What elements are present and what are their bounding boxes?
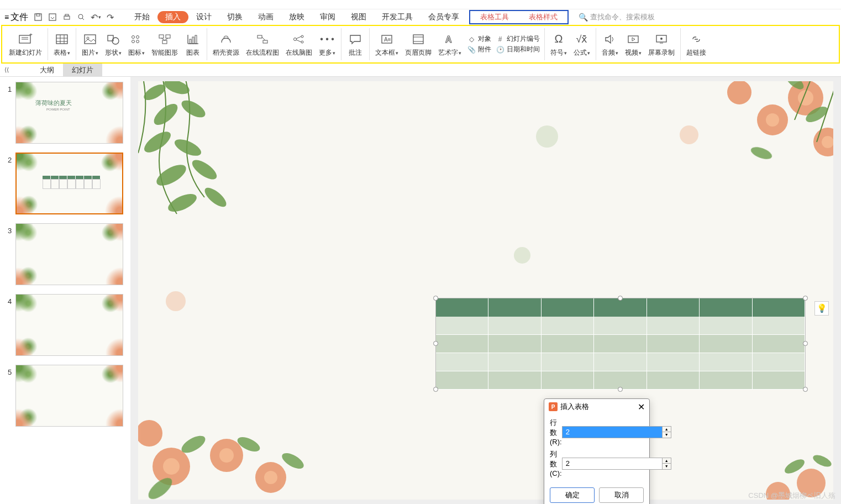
resize-handle[interactable]: [618, 296, 623, 301]
spinner-up-icon[interactable]: ▲: [663, 427, 671, 433]
date-time-button[interactable]: 🕑日期和时间: [496, 45, 540, 54]
icons-button[interactable]: 图标▾: [125, 30, 148, 59]
context-tabs: 表格工具 表格样式: [469, 10, 569, 24]
spinner-down-icon[interactable]: ▼: [663, 432, 671, 438]
chart-button[interactable]: 图表: [181, 30, 204, 59]
thumbnail-5[interactable]: 5: [0, 363, 130, 428]
cols-input[interactable]: [563, 458, 662, 469]
collapse-panel-icon[interactable]: ⟨⟨: [4, 66, 9, 74]
smart-suggestion-button[interactable]: 💡: [814, 301, 829, 316]
file-menu[interactable]: ≡ 文件: [4, 12, 28, 23]
print-preview-icon[interactable]: [76, 12, 87, 23]
save-as-icon[interactable]: [47, 12, 58, 23]
slides-tab[interactable]: 幻灯片: [63, 64, 102, 77]
outline-tab[interactable]: 大纲: [31, 64, 63, 77]
tab-animation[interactable]: 动画: [250, 12, 281, 22]
resize-handle[interactable]: [433, 341, 438, 346]
svg-point-60: [166, 190, 199, 215]
close-icon[interactable]: ✕: [638, 402, 645, 412]
shape-button[interactable]: 形状▾: [102, 30, 125, 59]
undo-icon[interactable]: ↶▾: [90, 12, 101, 23]
formula-button[interactable]: √x̄ 公式▾: [570, 30, 593, 59]
resize-handle[interactable]: [433, 296, 438, 301]
tab-member[interactable]: 会员专享: [420, 12, 467, 22]
svg-point-61: [202, 185, 229, 210]
wordart-button[interactable]: A 艺术字▾: [435, 30, 465, 59]
slide-thumb: [15, 365, 123, 427]
more-icon: • • •: [319, 32, 335, 47]
thumbnail-4[interactable]: 4: [0, 292, 130, 358]
textbox-button[interactable]: A≡ 文本框▾: [372, 30, 402, 59]
thumbnail-3[interactable]: 3: [0, 222, 130, 287]
object-button[interactable]: ◇对象: [467, 34, 491, 44]
more-button[interactable]: • • • 更多▾: [316, 30, 339, 59]
smart-graphic-button[interactable]: 智能图形: [148, 30, 181, 59]
screen-record-button[interactable]: 屏幕录制: [645, 30, 678, 59]
thumbnail-2[interactable]: 2: [0, 151, 130, 216]
symbol-button[interactable]: Ω 符号▾: [547, 30, 570, 59]
cols-spinner[interactable]: ▲▼: [662, 458, 671, 469]
tab-insert[interactable]: 插入: [157, 11, 188, 23]
svg-rect-1: [36, 14, 40, 16]
slide-thumb: 薄荷味的夏天 POWER POINT: [15, 82, 123, 144]
inserted-table[interactable]: [435, 298, 806, 390]
ok-button[interactable]: 确定: [550, 487, 595, 503]
tab-view[interactable]: 视图: [343, 12, 374, 22]
svg-point-67: [766, 113, 779, 127]
online-flowchart-button[interactable]: 在线流程图: [243, 30, 282, 59]
svg-point-75: [138, 420, 162, 447]
video-button[interactable]: 视频▾: [622, 30, 645, 59]
resize-handle[interactable]: [803, 341, 808, 346]
attachment-button[interactable]: 📎附件: [467, 45, 491, 54]
svg-point-63: [757, 104, 788, 135]
video-icon: [626, 32, 641, 47]
spinner-down-icon[interactable]: ▼: [663, 464, 671, 469]
online-mindmap-button[interactable]: 在线脑图: [282, 30, 316, 59]
chart-icon: [185, 32, 201, 47]
header-footer-button[interactable]: 页眉页脚: [402, 30, 435, 59]
svg-point-58: [154, 161, 190, 190]
hyperlink-button[interactable]: 超链接: [683, 30, 709, 59]
cancel-button[interactable]: 取消: [599, 487, 644, 503]
print-icon[interactable]: [61, 12, 72, 23]
tab-table-style[interactable]: 表格样式: [519, 12, 567, 22]
slide-canvas-area[interactable]: 💡 P 插入表格 ✕ 行数(R): ▲▼ 列数(C):: [130, 77, 841, 504]
table-button[interactable]: 表格▾: [50, 30, 73, 59]
svg-point-53: [162, 81, 192, 97]
command-search[interactable]: 🔍 查找命令、搜索模板: [579, 12, 655, 22]
picture-button[interactable]: 图片▾: [78, 30, 102, 59]
svg-point-23: [136, 40, 139, 43]
tab-slideshow[interactable]: 放映: [281, 12, 312, 22]
resize-handle[interactable]: [803, 296, 808, 301]
docer-button[interactable]: 稻壳资源: [209, 30, 243, 59]
svg-point-62: [788, 81, 823, 116]
thumbnail-1[interactable]: 1 薄荷味的夏天 POWER POINT: [0, 80, 130, 145]
tab-table-tools[interactable]: 表格工具: [470, 12, 519, 22]
resize-handle[interactable]: [433, 387, 438, 392]
comment-button[interactable]: 批注: [344, 30, 367, 59]
dialog-titlebar[interactable]: P 插入表格 ✕: [544, 399, 649, 414]
new-slide-button[interactable]: + 新建幻灯片: [6, 30, 45, 59]
tab-review[interactable]: 审阅: [312, 12, 343, 22]
audio-button[interactable]: 音频▾: [598, 30, 622, 59]
rows-spinner[interactable]: ▲▼: [662, 427, 671, 438]
save-icon[interactable]: [33, 12, 44, 23]
tab-design[interactable]: 设计: [188, 12, 219, 22]
svg-point-85: [782, 456, 807, 476]
spinner-up-icon[interactable]: ▲: [663, 458, 671, 464]
tab-transition[interactable]: 切换: [219, 12, 250, 22]
flowchart-icon: [255, 32, 270, 47]
rows-input[interactable]: [563, 427, 662, 438]
resize-handle[interactable]: [618, 387, 623, 392]
panel-tabs-bar: ⟨⟨ 大纲 幻灯片: [0, 64, 841, 77]
redo-icon[interactable]: ↷: [104, 12, 115, 23]
ribbon-tabs: 开始 插入 设计 切换 动画 放映 审阅 视图 开发工具 会员专享 表格工具 表…: [127, 10, 569, 24]
rows-label: 行数(R):: [550, 418, 562, 446]
slide-number-button[interactable]: #幻灯片编号: [496, 34, 540, 44]
thumbnail-panel[interactable]: 1 薄荷味的夏天 POWER POINT 2 3 4 5: [0, 77, 130, 504]
tab-developer[interactable]: 开发工具: [374, 12, 420, 22]
tab-start[interactable]: 开始: [127, 12, 157, 22]
svg-point-21: [136, 35, 139, 38]
lightbulb-icon: 💡: [817, 303, 827, 313]
resize-handle[interactable]: [803, 387, 808, 392]
